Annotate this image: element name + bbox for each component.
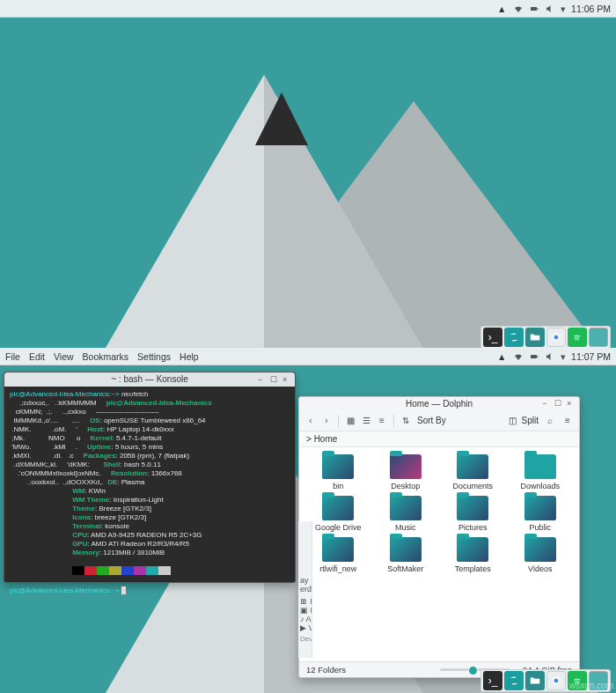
terminal-body[interactable]: plc@Advanced-Idea-Mechanics:~> neofetch … bbox=[4, 387, 295, 599]
close-button[interactable]: × bbox=[567, 399, 576, 408]
folder-icon bbox=[322, 496, 354, 520]
folder-label: Videos bbox=[528, 564, 552, 573]
taskbar-terminal[interactable]: ›_ bbox=[483, 671, 502, 690]
folder-label: Google Drive bbox=[315, 523, 362, 532]
places-recent-item[interactable]: ay bbox=[300, 576, 312, 585]
folder-icon bbox=[390, 496, 422, 520]
konsole-window[interactable]: ~ : bash — Konsole − ☐ × plc@Advanced-Id… bbox=[4, 372, 296, 583]
menu-file[interactable]: File bbox=[5, 351, 20, 362]
menu-bookmarks[interactable]: Bookmarks bbox=[83, 351, 129, 362]
places-devices-header: Devices bbox=[300, 635, 312, 643]
back-button[interactable]: ‹ bbox=[304, 415, 317, 427]
taskbar-file-exchange[interactable] bbox=[504, 328, 524, 347]
minimize-button[interactable]: − bbox=[542, 399, 551, 408]
menu-help[interactable]: Help bbox=[180, 351, 199, 362]
breadcrumb-home[interactable]: Home bbox=[314, 434, 338, 444]
dolphin-title: Home — Dolphin bbox=[406, 399, 473, 409]
clock[interactable]: 11:06 PM bbox=[571, 4, 611, 14]
search-icon[interactable]: ⌕ bbox=[544, 415, 556, 427]
tray-triangle-icon[interactable]: ▲ bbox=[497, 4, 508, 14]
expand-tray-icon[interactable]: ▾ bbox=[561, 4, 566, 14]
status-count: 12 Folders bbox=[306, 665, 346, 675]
folder-label: Music bbox=[395, 523, 416, 532]
folder-icon bbox=[457, 496, 488, 520]
folder-item[interactable]: Templates bbox=[441, 537, 505, 573]
view-compact-button[interactable]: ☰ bbox=[360, 415, 372, 427]
battery-icon[interactable] bbox=[529, 351, 539, 362]
top-panel-2: File Edit View Bookmarks Settings Help ▲… bbox=[0, 348, 616, 365]
places-recent-item[interactable]: erday bbox=[300, 585, 312, 593]
taskbar-files[interactable] bbox=[525, 328, 545, 347]
wallpaper-1 bbox=[0, 18, 616, 348]
konsole-titlebar[interactable]: ~ : bash — Konsole − ☐ × bbox=[4, 372, 295, 387]
sort-by-button[interactable]: Sort By bbox=[417, 416, 446, 425]
folder-label: rtlwifi_new bbox=[319, 564, 356, 573]
sort-icon[interactable]: ⇅ bbox=[400, 415, 412, 427]
folder-item[interactable]: Public bbox=[509, 496, 573, 532]
hamburger-menu-icon[interactable]: ≡ bbox=[561, 415, 574, 427]
volume-icon[interactable] bbox=[545, 4, 555, 14]
taskbar-pager[interactable] bbox=[589, 328, 608, 347]
forward-button[interactable]: › bbox=[320, 415, 333, 427]
folder-icon bbox=[457, 454, 488, 479]
folder-item[interactable]: Documents bbox=[441, 454, 505, 490]
svg-rect-4 bbox=[531, 355, 537, 358]
folder-item[interactable]: SoftMaker bbox=[374, 537, 438, 573]
maximize-button[interactable]: ☐ bbox=[270, 375, 279, 384]
top-panel-1: ▲ ▾ 11:06 PM bbox=[0, 0, 616, 18]
folder-label: Downloads bbox=[520, 482, 560, 490]
taskbar-chrome[interactable] bbox=[546, 328, 566, 347]
dolphin-titlebar[interactable]: Home — Dolphin − ☐ × bbox=[299, 397, 579, 410]
taskbar-spotify[interactable] bbox=[568, 328, 587, 347]
minimize-button[interactable]: − bbox=[258, 375, 267, 384]
folder-item[interactable]: bin bbox=[306, 454, 370, 490]
maximize-button[interactable]: ☐ bbox=[554, 399, 563, 408]
menu-edit[interactable]: Edit bbox=[29, 351, 45, 362]
view-icons-button[interactable]: ▦ bbox=[344, 415, 356, 427]
folder-label: Pictures bbox=[458, 523, 488, 532]
dolphin-window[interactable]: Home — Dolphin − ☐ × ‹ › ▦ ☰ ≡ ⇅ Sort By… bbox=[298, 396, 580, 678]
places-documents[interactable]: 🗎 Documents bbox=[300, 597, 312, 606]
split-button[interactable]: Split bbox=[522, 416, 539, 425]
global-menu: File Edit View Bookmarks Settings Help bbox=[5, 351, 199, 362]
expand-tray-icon[interactable]: ▾ bbox=[561, 351, 566, 362]
taskbar-1: ›_ bbox=[480, 326, 611, 349]
folder-item[interactable]: Downloads bbox=[509, 454, 573, 490]
breadcrumb[interactable]: > Home bbox=[299, 431, 579, 447]
places-images[interactable]: ▣ Images bbox=[300, 606, 312, 615]
places-panel[interactable]: ay erday 🗎 Documents ▣ Images ♪ Audio ▶ … bbox=[298, 521, 312, 658]
folder-label: Documents bbox=[452, 482, 493, 490]
folder-item[interactable]: rtlwifi_new bbox=[306, 537, 370, 573]
folder-icon bbox=[322, 454, 354, 479]
folder-label: Public bbox=[529, 523, 551, 532]
wifi-icon[interactable] bbox=[513, 351, 524, 362]
battery-icon[interactable] bbox=[529, 4, 539, 14]
menu-view[interactable]: View bbox=[54, 351, 74, 362]
places-videos[interactable]: ▶ Videos bbox=[300, 623, 312, 632]
file-grid[interactable]: bin Desktop Documents Downloads Google D… bbox=[299, 447, 579, 661]
wifi-icon[interactable] bbox=[513, 4, 524, 14]
folder-icon bbox=[524, 496, 556, 520]
folder-icon bbox=[524, 454, 556, 479]
taskbar-chrome[interactable] bbox=[546, 671, 566, 690]
folder-item[interactable]: Videos bbox=[509, 537, 573, 573]
folder-item[interactable]: Music bbox=[374, 496, 438, 532]
view-details-button[interactable]: ≡ bbox=[376, 415, 388, 427]
folder-label: Templates bbox=[455, 564, 491, 573]
tray-triangle-icon[interactable]: ▲ bbox=[497, 351, 508, 362]
folder-item[interactable]: Desktop bbox=[374, 454, 438, 490]
close-button[interactable]: × bbox=[282, 375, 291, 384]
taskbar-files[interactable] bbox=[525, 671, 545, 690]
clock[interactable]: 11:07 PM bbox=[571, 351, 611, 362]
taskbar-file-exchange[interactable] bbox=[504, 671, 524, 690]
folder-label: bin bbox=[333, 482, 343, 490]
folder-item[interactable]: Pictures bbox=[441, 496, 505, 532]
menu-settings[interactable]: Settings bbox=[137, 351, 171, 362]
taskbar-terminal[interactable]: ›_ bbox=[483, 328, 502, 347]
folder-icon bbox=[390, 537, 422, 562]
folder-icon bbox=[457, 537, 488, 562]
folder-icon bbox=[390, 454, 422, 479]
folder-item[interactable]: Google Drive bbox=[306, 496, 370, 532]
volume-icon[interactable] bbox=[545, 351, 555, 362]
places-audio[interactable]: ♪ Audio bbox=[300, 615, 312, 623]
